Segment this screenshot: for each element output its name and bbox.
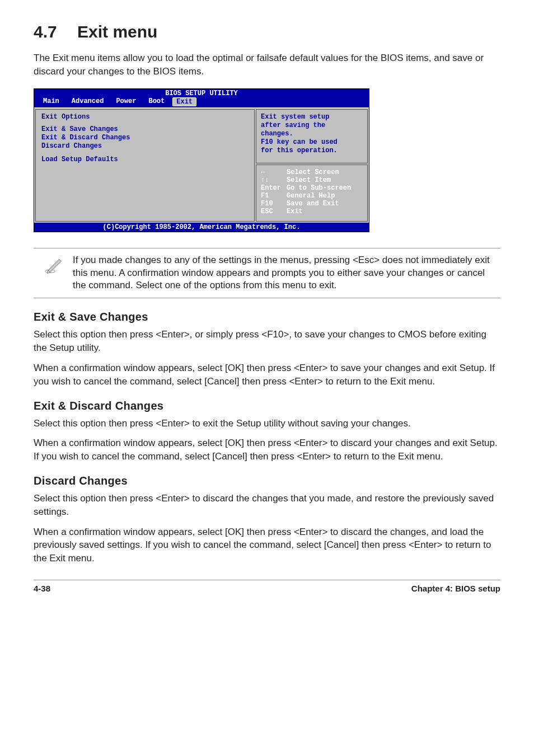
help-line: changes. xyxy=(261,130,363,138)
bios-menu-item[interactable]: Exit & Save Changes xyxy=(41,125,249,133)
bios-right-panel: Exit system setup after saving the chang… xyxy=(256,109,368,222)
pencil-note-icon xyxy=(34,254,73,293)
nav-key-f1: F1 xyxy=(261,192,287,200)
note-text: If you made changes to any of the settin… xyxy=(73,254,496,293)
nav-label: Select Item xyxy=(287,176,331,184)
bios-tabs: Main Advanced Power Boot Exit xyxy=(34,97,369,107)
bios-menu-item[interactable]: Discard Changes xyxy=(41,142,249,150)
bios-screenshot: BIOS SETUP UTILITY Main Advanced Power B… xyxy=(34,88,369,232)
bios-menu-item[interactable]: Load Setup Defaults xyxy=(41,156,249,163)
help-line: for this operation. xyxy=(261,147,363,155)
bios-tab-advanced[interactable]: Advanced xyxy=(67,97,112,106)
help-line: Exit system setup xyxy=(261,113,363,121)
nav-row: ←Select Screen xyxy=(261,168,363,176)
intro-paragraph: The Exit menu items allow you to load th… xyxy=(34,51,500,78)
nav-label: Select Screen xyxy=(287,168,339,176)
note-box: If you made changes to any of the settin… xyxy=(34,248,500,299)
nav-key-arrow-left-icon: ← xyxy=(261,168,287,176)
spacer xyxy=(41,151,249,155)
nav-row: F1General Help xyxy=(261,192,363,200)
nav-row: ↑↓Select Item xyxy=(261,176,363,184)
title-text: Exit menu xyxy=(77,22,157,41)
footer-chapter: Chapter 4: BIOS setup xyxy=(411,584,500,593)
nav-row: EnterGo to Sub-screen xyxy=(261,184,363,192)
nav-key-esc: ESC xyxy=(261,208,287,215)
bios-tab-boot[interactable]: Boot xyxy=(144,97,172,106)
help-line: after saving the xyxy=(261,121,363,130)
paragraph: When a confirmation window appears, sele… xyxy=(34,361,500,388)
paragraph: When a confirmation window appears, sele… xyxy=(34,525,500,565)
nav-label: Exit xyxy=(287,208,303,215)
paragraph: When a confirmation window appears, sele… xyxy=(34,436,500,463)
paragraph: Select this option then press <Enter>, o… xyxy=(34,328,500,355)
bios-body: Exit Options Exit & Save Changes Exit & … xyxy=(34,107,369,223)
bios-copyright: (C)Copyright 1985-2002, American Megatre… xyxy=(34,223,369,232)
page-title: 4.7 Exit menu xyxy=(34,22,500,41)
nav-key-enter: Enter xyxy=(261,184,287,192)
heading-exit-save: Exit & Save Changes xyxy=(34,311,500,323)
paragraph: Select this option then press <Enter> to… xyxy=(34,417,500,430)
bios-tab-exit[interactable]: Exit xyxy=(172,97,196,106)
paragraph: Select this option then press <Enter> to… xyxy=(34,492,500,519)
bios-left-panel: Exit Options Exit & Save Changes Exit & … xyxy=(35,109,255,222)
nav-key-f10: F10 xyxy=(261,200,287,208)
footer-page-number: 4-38 xyxy=(34,584,50,593)
heading-discard: Discard Changes xyxy=(34,475,500,487)
help-line: F10 key can be used xyxy=(261,138,363,147)
nav-row: F10Save and Exit xyxy=(261,200,363,208)
bios-title: BIOS SETUP UTILITY xyxy=(34,89,369,97)
nav-label: Go to Sub-screen xyxy=(287,184,351,192)
bios-tab-power[interactable]: Power xyxy=(111,97,144,106)
nav-key-arrows-updown-icon: ↑↓ xyxy=(261,176,287,184)
page-footer: 4-38 Chapter 4: BIOS setup xyxy=(34,580,500,593)
bios-nav-panel: ←Select Screen ↑↓Select Item EnterGo to … xyxy=(256,165,368,222)
section-number: 4.7 xyxy=(34,22,57,41)
bios-help-panel: Exit system setup after saving the chang… xyxy=(256,109,368,163)
bios-menu-item[interactable]: Exit & Discard Changes xyxy=(41,134,249,142)
nav-label: General Help xyxy=(287,192,335,200)
nav-label: Save and Exit xyxy=(287,200,339,208)
bios-left-header: Exit Options xyxy=(41,113,249,121)
bios-tab-main[interactable]: Main xyxy=(39,97,67,106)
heading-exit-discard: Exit & Discard Changes xyxy=(34,400,500,412)
nav-row: ESCExit xyxy=(261,208,363,215)
